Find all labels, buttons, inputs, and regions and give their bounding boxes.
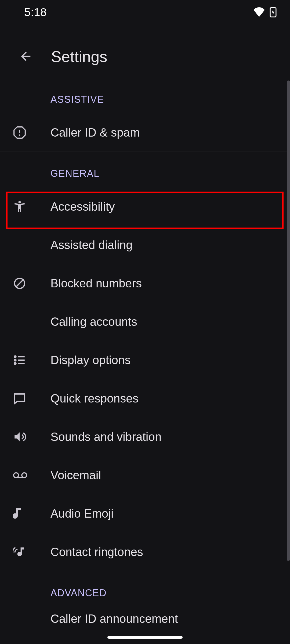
status-bar: 5:18 xyxy=(0,0,290,24)
list-item-label: Calling accounts xyxy=(50,315,137,328)
section-header-advanced: ADVANCED xyxy=(0,571,290,607)
list-item-label: Caller ID announcement xyxy=(50,612,178,625)
item-assisted-dialing[interactable]: Assisted dialing xyxy=(0,226,290,264)
list-item-label: Assisted dialing xyxy=(50,238,133,252)
item-caller-id-announcement[interactable]: Caller ID announcement xyxy=(0,607,290,631)
svg-point-9 xyxy=(14,359,16,361)
svg-point-3 xyxy=(19,134,20,136)
list-item-label: Caller ID & spam xyxy=(50,126,140,139)
home-indicator[interactable] xyxy=(107,636,183,639)
item-caller-id-spam[interactable]: Caller ID & spam xyxy=(0,113,290,152)
svg-point-7 xyxy=(14,356,16,357)
app-header: Settings xyxy=(0,38,290,75)
list-item-label: Quick responses xyxy=(50,392,139,405)
list-item-label: Blocked numbers xyxy=(50,277,142,290)
chat-icon xyxy=(13,392,50,405)
item-calling-accounts[interactable]: Calling accounts xyxy=(0,302,290,341)
item-sounds-vibration[interactable]: Sounds and vibration xyxy=(0,418,290,456)
status-icons xyxy=(253,7,277,17)
accessibility-icon xyxy=(13,200,50,213)
arrow-back-icon xyxy=(19,49,33,63)
status-time: 5:18 xyxy=(24,6,47,19)
svg-point-11 xyxy=(14,363,16,364)
item-display-options[interactable]: Display options xyxy=(0,341,290,379)
item-contact-ringtones[interactable]: Contact ringtones xyxy=(0,533,290,571)
item-audio-emoji[interactable]: Audio Emoji xyxy=(0,494,290,533)
svg-point-4 xyxy=(18,201,21,203)
volume-icon xyxy=(13,430,50,444)
list-item-label: Voicemail xyxy=(50,469,101,482)
back-button[interactable] xyxy=(13,43,39,69)
list-item-label: Audio Emoji xyxy=(50,507,114,520)
ringtone-icon xyxy=(13,546,50,558)
list-item-label: Contact ringtones xyxy=(50,545,143,559)
battery-icon xyxy=(270,7,277,17)
item-blocked-numbers[interactable]: Blocked numbers xyxy=(0,264,290,302)
item-quick-responses[interactable]: Quick responses xyxy=(0,379,290,418)
section-header-general: GENERAL xyxy=(0,152,290,187)
svg-rect-1 xyxy=(272,7,274,8)
svg-line-6 xyxy=(16,280,23,287)
settings-content: ASSISTIVE Caller ID & spam GENERAL Acces… xyxy=(0,78,290,644)
wifi-icon xyxy=(253,7,265,17)
item-accessibility[interactable]: Accessibility xyxy=(0,187,290,226)
section-header-assistive: ASSISTIVE xyxy=(0,78,290,113)
list-item-label: Display options xyxy=(50,353,130,367)
alert-octagon-icon xyxy=(13,126,50,139)
voicemail-icon xyxy=(13,471,50,479)
music-note-icon xyxy=(13,507,50,521)
svg-point-14 xyxy=(22,473,27,478)
svg-point-13 xyxy=(14,473,19,478)
page-title: Settings xyxy=(51,47,107,65)
list-icon xyxy=(13,353,50,367)
block-icon xyxy=(13,277,50,290)
list-item-label: Accessibility xyxy=(50,200,115,213)
item-voicemail[interactable]: Voicemail xyxy=(0,456,290,494)
list-item-label: Sounds and vibration xyxy=(50,430,161,444)
scrollbar-thumb[interactable] xyxy=(287,80,290,561)
